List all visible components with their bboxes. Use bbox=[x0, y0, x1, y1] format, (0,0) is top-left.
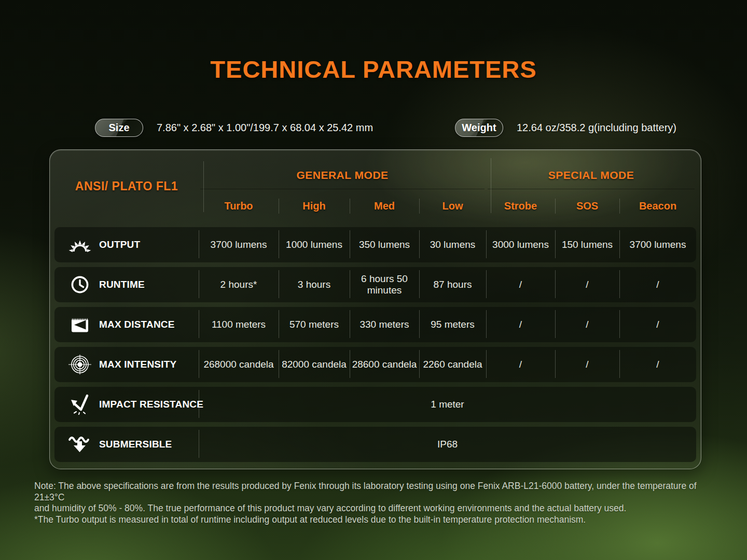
row-title: MAX INTENSITY bbox=[99, 359, 176, 370]
value-cell: 3700 lumens bbox=[199, 227, 279, 262]
impact-icon bbox=[67, 394, 93, 415]
size-pill-label: Size bbox=[108, 122, 129, 134]
value-cell: / bbox=[619, 267, 696, 302]
table-row-output: OUTPUT 3700 lumens 1000 lumens 350 lumen… bbox=[54, 227, 696, 262]
row-title: OUTPUT bbox=[99, 239, 140, 250]
row-label-submersible: SUBMERSIBLE bbox=[54, 435, 199, 454]
column-header-sos: SOS bbox=[555, 189, 619, 222]
row-title: SUBMERSIBLE bbox=[99, 439, 172, 450]
value-cell: 28600 candela bbox=[350, 347, 419, 382]
size-pill: Size bbox=[95, 119, 143, 137]
value-cell: 2260 candela bbox=[419, 347, 486, 382]
value-cell: / bbox=[555, 267, 619, 302]
value-cell: 6 hours 50 minutes bbox=[350, 267, 419, 302]
value-cell: 1100 meters bbox=[199, 307, 279, 342]
value-cell: 3700 lumens bbox=[619, 227, 696, 262]
target-icon bbox=[67, 354, 93, 375]
column-header-beacon: Beacon bbox=[619, 189, 696, 222]
row-title: IMPACT RESISTANCE bbox=[99, 399, 203, 410]
row-title: RUNTIME bbox=[99, 279, 145, 290]
column-header-strobe: Strobe bbox=[486, 189, 555, 222]
page-title: TECHNICAL PARAMETERS bbox=[0, 55, 747, 83]
value-cell: / bbox=[486, 307, 555, 342]
corner-label: ANSI/ PLATO FL1 bbox=[54, 150, 199, 222]
value-cell: / bbox=[555, 307, 619, 342]
table-row-max-distance: MAX DISTANCE 1100 meters 570 meters 330 … bbox=[54, 307, 696, 342]
group-special-mode: SPECIAL MODE bbox=[488, 150, 695, 189]
value-cell: 2 hours* bbox=[199, 267, 279, 302]
value-cell: / bbox=[555, 347, 619, 382]
value-cell: IP68 bbox=[199, 427, 696, 462]
row-title: MAX DISTANCE bbox=[99, 319, 175, 330]
weight-pill-label: Weight bbox=[462, 122, 496, 134]
value-cell: 350 lumens bbox=[350, 227, 419, 262]
weight-pill: Weight bbox=[455, 119, 503, 137]
value-cell: 570 meters bbox=[279, 307, 350, 342]
value-cell: 82000 candela bbox=[279, 347, 350, 382]
row-label-max-distance: MAX DISTANCE bbox=[54, 316, 199, 333]
beam-icon bbox=[67, 316, 93, 333]
weight-spec: Weight 12.64 oz/358.2 g(including batter… bbox=[455, 118, 676, 137]
value-cell: 150 lumens bbox=[555, 227, 619, 262]
table-row-submersible: SUBMERSIBLE IP68 bbox=[54, 427, 696, 462]
row-label-runtime: RUNTIME bbox=[54, 274, 199, 295]
sun-icon bbox=[67, 235, 93, 254]
row-label-output: OUTPUT bbox=[54, 235, 199, 254]
value-cell: 95 meters bbox=[419, 307, 486, 342]
value-cell: 87 hours bbox=[419, 267, 486, 302]
value-cell: / bbox=[619, 347, 696, 382]
row-label-max-intensity: MAX INTENSITY bbox=[54, 354, 199, 375]
value-cell: 1000 lumens bbox=[279, 227, 350, 262]
value-cell: / bbox=[486, 267, 555, 302]
value-cell: / bbox=[486, 347, 555, 382]
column-header-turbo: Turbo bbox=[199, 189, 279, 222]
footnote: Note: The above specifications are from … bbox=[34, 481, 724, 525]
table-row-impact-resistance: IMPACT RESISTANCE 1 meter bbox=[54, 387, 696, 422]
clock-icon bbox=[67, 274, 93, 295]
value-cell: 330 meters bbox=[350, 307, 419, 342]
table-header: ANSI/ PLATO FL1 GENERAL MODE SPECIAL MOD… bbox=[54, 150, 696, 222]
table-row-max-intensity: MAX INTENSITY 268000 candela 82000 cande… bbox=[54, 347, 696, 382]
row-label-impact-resistance: IMPACT RESISTANCE bbox=[54, 394, 199, 415]
value-cell: 268000 candela bbox=[199, 347, 279, 382]
column-header-high: High bbox=[279, 189, 350, 222]
header-divider bbox=[491, 158, 491, 213]
submersible-icon bbox=[67, 435, 93, 454]
value-cell: 30 lumens bbox=[419, 227, 486, 262]
value-cell: 3 hours bbox=[279, 267, 350, 302]
weight-value: 12.64 oz/358.2 g(including battery) bbox=[517, 122, 676, 134]
value-cell: / bbox=[619, 307, 696, 342]
column-header-med: Med bbox=[350, 189, 419, 222]
size-spec: Size 7.86" x 2.68" x 1.00"/199.7 x 68.04… bbox=[95, 118, 373, 137]
header-divider bbox=[203, 161, 204, 212]
table-row-runtime: RUNTIME 2 hours* 3 hours 6 hours 50 minu… bbox=[54, 267, 696, 302]
group-general-mode: GENERAL MODE bbox=[200, 150, 485, 189]
column-header-low: Low bbox=[419, 189, 486, 222]
spec-table-panel: ANSI/ PLATO FL1 GENERAL MODE SPECIAL MOD… bbox=[49, 149, 701, 469]
size-value: 7.86" x 2.68" x 1.00"/199.7 x 68.04 x 25… bbox=[157, 122, 373, 134]
value-cell: 1 meter bbox=[199, 387, 696, 422]
value-cell: 3000 lumens bbox=[486, 227, 555, 262]
